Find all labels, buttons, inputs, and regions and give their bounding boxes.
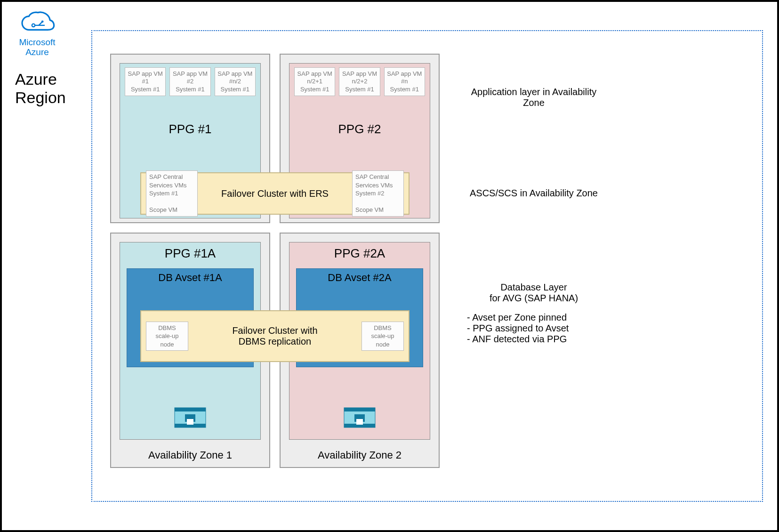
sap-app-vm: SAP app VM #1 System #1 (125, 67, 166, 96)
ppg1a-title: PPG #1A (120, 246, 260, 261)
dbms-node-left: DBMS scale-up node (146, 322, 188, 351)
db-avset-2a-title: DB Avset #2A (297, 269, 423, 284)
azure-cloud-icon (18, 11, 56, 35)
ppg1-vm-row: SAP app VM #1 System #1 SAP app VM #2 Sy… (120, 64, 260, 96)
ppg2a-title: PPG #2A (289, 246, 430, 261)
failover-db-label: Failover Cluster with DBMS replication (193, 325, 357, 347)
svg-line-3 (39, 22, 42, 25)
ppg2-title: PPG #2 (289, 122, 430, 137)
sap-app-vm: SAP app VM #n System #1 (384, 67, 425, 96)
ppg1-title: PPG #1 (120, 122, 260, 137)
svg-point-0 (32, 24, 35, 27)
dbms-node-right: DBMS scale-up node (361, 322, 404, 351)
zone2-label: Availability Zone 2 (281, 449, 439, 461)
azure-region-label: Azure Region (15, 70, 66, 107)
failover-ers-label: Failover Cluster with ERS (202, 188, 347, 199)
svg-rect-10 (344, 408, 375, 411)
azure-logo-text: Microsoft Azure (18, 38, 56, 57)
diagram-canvas: Microsoft Azure Azure Region SAP app VM … (0, 0, 779, 532)
db-bullet-list: Avset per Zone pinned PPG assigned to Av… (454, 312, 614, 345)
label-db-header: Database Layer for AVG (SAP HANA) (454, 282, 614, 304)
failover-ers-bar: SAP Central Services VMs System #1 Scope… (140, 172, 410, 215)
ppg2-vm-row: SAP app VM n/2+1 System #1 SAP app VM n/… (289, 64, 430, 96)
svg-rect-8 (187, 419, 193, 425)
db-bullet: ANF detected via PPG (467, 334, 614, 345)
db-bullet: PPG assigned to Avset (467, 323, 614, 334)
zone1-label: Availability Zone 1 (111, 449, 269, 461)
server-icon (174, 405, 207, 431)
label-ascs: ASCS/SCS in Availability Zone (454, 188, 614, 199)
scs-vm-right: SAP Central Services VMs System #2 Scope… (352, 170, 404, 217)
sap-app-vm: SAP app VM #n/2 System #1 (215, 67, 256, 96)
failover-db-bar: DBMS scale-up node Failover Cluster with… (140, 310, 410, 362)
db-bullet: Avset per Zone pinned (467, 312, 614, 323)
sap-app-vm: SAP app VM n/2+2 System #1 (339, 67, 380, 96)
db-avset-1a-title: DB Avset #1A (127, 269, 253, 284)
scs-vm-left: SAP Central Services VMs System #1 Scope… (146, 170, 198, 217)
svg-rect-13 (356, 419, 363, 425)
azure-logo: Microsoft Azure (18, 11, 56, 57)
svg-rect-5 (175, 408, 206, 411)
label-db-layer: Database Layer for AVG (SAP HANA) Avset … (454, 282, 614, 345)
sap-app-vm: SAP app VM n/2+1 System #1 (294, 67, 335, 96)
sap-app-vm: SAP app VM #2 System #1 (169, 67, 210, 96)
server-icon (343, 405, 376, 431)
label-app-layer: Application layer in Availability Zone (454, 87, 614, 108)
